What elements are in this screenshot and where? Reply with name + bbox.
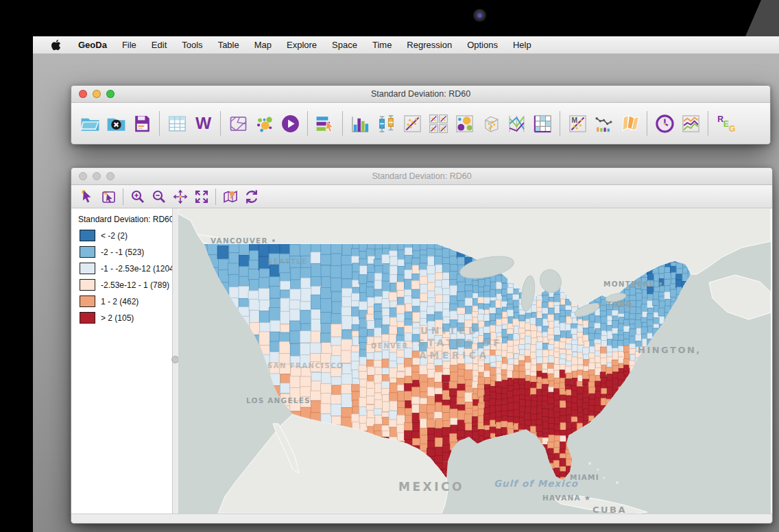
- conditional-plot-icon[interactable]: [529, 110, 555, 136]
- map-label: MEXICO: [398, 480, 464, 494]
- map-label: VANCOUVER •: [211, 237, 276, 245]
- legend-rows: < -2 (2)-2 - -1 (523)-1 - -2.53e-12 (120…: [78, 230, 172, 324]
- bubble-chart-icon[interactable]: [451, 110, 477, 136]
- zoom-out-icon[interactable]: [148, 187, 169, 206]
- toolbar-separator: [560, 111, 560, 136]
- scatter-plot-icon[interactable]: [399, 110, 425, 136]
- map-label: CUBA: [592, 505, 627, 513]
- apple-menu-icon[interactable]: [47, 39, 65, 51]
- menu-explore[interactable]: Explore: [279, 40, 324, 50]
- moran-scatter-icon[interactable]: M: [564, 110, 590, 136]
- select-icon[interactable]: [77, 187, 98, 206]
- legend-label: -2 - -1 (523): [101, 247, 144, 257]
- webcam-icon: [473, 9, 486, 22]
- svg-text:G: G: [729, 124, 736, 134]
- parallel-coordinates-icon[interactable]: [503, 110, 529, 136]
- toolbar-separator: [123, 189, 123, 205]
- scatter-matrix-icon[interactable]: [425, 110, 451, 136]
- menu-space[interactable]: Space: [324, 40, 365, 50]
- menu-table[interactable]: Table: [211, 40, 247, 50]
- legend-swatch: [80, 295, 95, 307]
- map-frame-icon[interactable]: [225, 110, 251, 136]
- toolbar-separator: [307, 111, 308, 136]
- table-icon[interactable]: [164, 110, 190, 136]
- panel-splitter[interactable]: [173, 208, 178, 513]
- menu-items: GeoDaFileEditToolsTableMapExploreSpaceTi…: [71, 40, 539, 50]
- weights-manager-icon[interactable]: W: [190, 110, 216, 136]
- close-project-icon[interactable]: [103, 110, 129, 136]
- menu-time[interactable]: Time: [365, 40, 399, 50]
- svg-text:M: M: [571, 117, 577, 124]
- menu-help[interactable]: Help: [505, 40, 539, 50]
- menu-options[interactable]: Options: [459, 40, 505, 50]
- toolbar-window-title: Standard Deviation: RD60: [371, 89, 470, 99]
- legend-panel[interactable]: Standard Deviation: RD60 < -2 (2)-2 - -1…: [71, 208, 173, 513]
- map-label: STATES OF: [418, 337, 503, 348]
- legend-entry[interactable]: < -2 (2): [80, 230, 172, 241]
- menu-edit[interactable]: Edit: [144, 40, 174, 50]
- legend-swatch: [80, 230, 95, 241]
- legend-swatch: [80, 312, 95, 324]
- zoom-in-icon[interactable]: [127, 187, 148, 206]
- map-window-title: Standard Deviation: RD60: [372, 171, 471, 181]
- minimize-window-button[interactable]: [93, 90, 101, 98]
- map-label: SEATTLE: [267, 258, 308, 265]
- play-icon[interactable]: [277, 110, 303, 136]
- menu-regression[interactable]: Regression: [399, 40, 459, 50]
- close-window-button[interactable]: [79, 90, 87, 98]
- legend-entry[interactable]: -2.53e-12 - 1 (789): [80, 279, 172, 291]
- minimize-window-button[interactable]: [93, 172, 101, 180]
- regression-icon[interactable]: REG: [712, 110, 739, 136]
- category-editor-icon[interactable]: [312, 110, 338, 136]
- menu-file[interactable]: File: [115, 40, 144, 50]
- svg-text:E: E: [723, 119, 728, 129]
- toolbar-separator: [159, 111, 160, 136]
- zoom-window-button[interactable]: [106, 90, 115, 98]
- map-label: MIAMI: [570, 473, 599, 481]
- map-label: LOS ANGELES: [246, 396, 311, 404]
- map-label: AMERICA: [419, 350, 490, 361]
- menu-map[interactable]: Map: [247, 40, 279, 50]
- map-label: UNITED: [420, 325, 479, 336]
- select-rect-icon[interactable]: [98, 187, 119, 206]
- legend-swatch: [80, 279, 95, 291]
- toolbar-window-titlebar[interactable]: Standard Deviation: RD60: [71, 86, 770, 103]
- toolbar-separator: [220, 111, 221, 136]
- map-label: • TORO: [598, 300, 633, 309]
- correlogram-icon[interactable]: [590, 110, 616, 136]
- bezel-reflection: [744, 0, 779, 36]
- legend-entry[interactable]: -1 - -2.53e-12 (1204): [80, 263, 172, 274]
- time-player-icon[interactable]: [651, 110, 678, 136]
- refresh-icon[interactable]: [241, 187, 262, 206]
- svg-text:W: W: [195, 114, 211, 132]
- base-map-icon[interactable]: [219, 187, 241, 206]
- legend-entry[interactable]: > 2 (105): [80, 312, 172, 324]
- cluster-icon[interactable]: [251, 110, 277, 136]
- legend-entry[interactable]: 1 - 2 (462): [80, 295, 172, 307]
- boxplot-icon[interactable]: [373, 110, 399, 136]
- open-project-icon[interactable]: [77, 110, 103, 136]
- zoom-window-button[interactable]: [106, 172, 115, 180]
- menu-geoda[interactable]: GeoDa: [71, 40, 115, 50]
- map-canvas[interactable]: VANCOUVER •SEATTLEMONTRÉAL •• TOROHINGTO…: [178, 208, 772, 513]
- map-label: DENVER: [371, 342, 409, 350]
- map-window-titlebar[interactable]: Standard Deviation: RD60: [71, 168, 772, 185]
- close-window-button[interactable]: [79, 172, 87, 180]
- desktop: Standard Deviation: RD60 WMREG Standard …: [33, 54, 779, 532]
- pan-icon[interactable]: [169, 187, 191, 206]
- map-toolbar: [71, 185, 772, 208]
- menu-bar: GeoDaFileEditToolsTableMapExploreSpaceTi…: [33, 36, 779, 54]
- map-label: HINGTON,: [638, 345, 702, 355]
- choropleth-map[interactable]: VANCOUVER •SEATTLEMONTRÉAL •• TOROHINGTO…: [178, 208, 771, 513]
- save-project-icon[interactable]: [129, 110, 155, 136]
- scatter-3d-icon[interactable]: [477, 110, 503, 136]
- status-bar: [71, 513, 772, 523]
- legend-entry[interactable]: -2 - -1 (523): [80, 246, 172, 258]
- menu-tools[interactable]: Tools: [174, 40, 210, 50]
- averages-chart-icon[interactable]: [678, 110, 704, 136]
- space-time-icon[interactable]: [616, 110, 643, 136]
- full-extent-icon[interactable]: [191, 187, 212, 206]
- legend-label: -2.53e-12 - 1 (789): [101, 280, 169, 290]
- screen: GeoDaFileEditToolsTableMapExploreSpaceTi…: [33, 36, 779, 532]
- histogram-icon[interactable]: [347, 110, 373, 136]
